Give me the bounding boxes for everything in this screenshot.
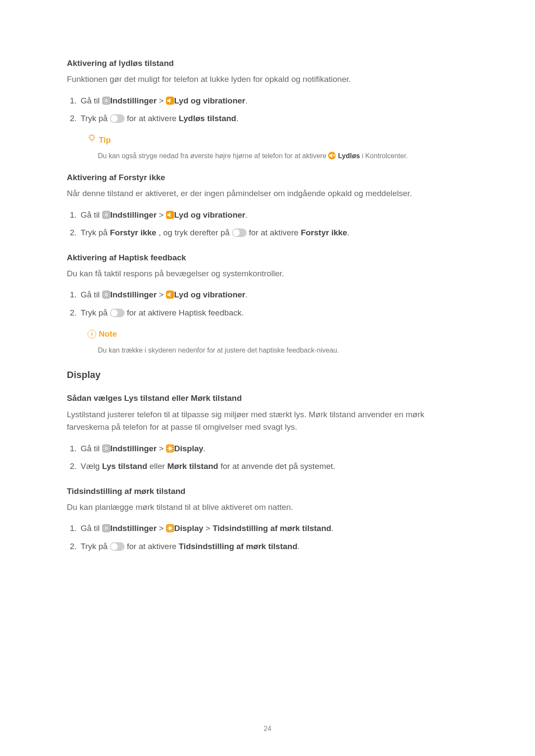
note-header: i Note <box>88 328 468 340</box>
list-item: Gå til Indstillinger > Display > Tidsind… <box>79 519 468 537</box>
text: Gå til <box>81 444 102 453</box>
mute-icon <box>328 152 336 159</box>
list-item: Tryk på for at aktivere Haptisk feedback… <box>79 304 468 322</box>
text: for at anvende det på systemet. <box>221 462 335 471</box>
heading-display: Display <box>67 368 468 382</box>
mute-label: Lydløs <box>338 152 360 159</box>
text: eller <box>150 462 167 471</box>
silent-mode-label: Lydløs tilstand <box>179 114 236 123</box>
text: . <box>297 542 300 551</box>
list-item: Tryk på Forstyr ikke , og tryk derefter … <box>79 224 468 241</box>
text: . <box>245 210 247 219</box>
text: i Kontrolcenter. <box>362 152 408 159</box>
settings-icon <box>102 97 110 105</box>
text: Du kan også stryge nedad fra øverste høj… <box>98 152 328 159</box>
settings-label: Indstillinger <box>110 210 157 219</box>
steps-dnd: Gå til Indstillinger > Lyd og vibratione… <box>67 206 468 242</box>
toggle-off-icon <box>110 114 125 123</box>
settings-label: Indstillinger <box>110 96 157 105</box>
body-dark-schedule: Du kan planlægge mørk tilstand til at bl… <box>67 501 468 513</box>
settings-label: Indstillinger <box>110 444 157 453</box>
list-item: Gå til Indstillinger > Lyd og vibratione… <box>79 206 468 224</box>
list-item: Gå til Indstillinger > Display. <box>79 440 468 457</box>
toggle-off-icon <box>110 309 125 317</box>
display-icon <box>166 524 174 532</box>
light-mode-label: Lys tilstand <box>102 462 147 471</box>
settings-label: Indstillinger <box>110 290 157 299</box>
text: , og tryk derefter på <box>159 228 232 237</box>
note-callout: i Note Du kan trække i skyderen nedenfor… <box>88 328 468 356</box>
breadcrumb-separator: > <box>159 524 166 533</box>
display-label: Display <box>174 444 203 453</box>
text: Tryk på <box>81 228 110 237</box>
toggle-off-icon <box>232 228 247 237</box>
sound-icon <box>166 97 174 105</box>
text: Gå til <box>81 210 102 219</box>
dnd-label-2: Forstyr ikke <box>301 228 347 237</box>
svg-point-6 <box>169 447 172 450</box>
heading-haptic: Aktivering af Haptisk feedback <box>67 251 468 264</box>
list-item: Tryk på for at aktivere Tidsindstilling … <box>79 537 468 555</box>
tip-label: Tip <box>99 134 111 146</box>
toggle-off-icon <box>110 542 125 551</box>
text: Tryk på <box>81 542 110 551</box>
page-container: Aktivering af lydløs tilstand Funktionen… <box>0 0 535 756</box>
sound-label: Lyd og vibrationer <box>174 96 245 105</box>
heading-dnd: Aktivering af Forstyr ikke <box>67 171 468 184</box>
sound-icon <box>166 211 174 219</box>
text: . <box>331 524 333 533</box>
steps-haptic: Gå til Indstillinger > Lyd og vibratione… <box>67 286 468 322</box>
body-silent-mode: Funktionen gør det muligt for telefon at… <box>67 73 468 85</box>
text: Tryk på <box>81 114 110 123</box>
text: for at aktivere <box>127 114 178 123</box>
body-light-dark: Lystilstand justerer telefon til at tilp… <box>67 408 468 434</box>
dark-mode-label: Mørk tilstand <box>167 462 218 471</box>
body-haptic: Du kan få taktil respons på bevægelser o… <box>67 267 468 280</box>
text: Gå til <box>81 290 102 299</box>
text: for at aktivere Haptisk feedback. <box>127 308 244 317</box>
text: for at aktivere <box>249 228 300 237</box>
dnd-label: Forstyr ikke <box>110 228 156 237</box>
text: . <box>245 290 247 299</box>
breadcrumb-separator: > <box>159 210 166 219</box>
text: . <box>245 96 247 105</box>
note-body: Du kan trække i skyderen nedenfor for at… <box>98 345 468 356</box>
svg-point-4 <box>105 294 107 296</box>
text: . <box>347 228 349 237</box>
sound-label: Lyd og vibrationer <box>174 290 245 299</box>
display-label: Display <box>174 524 203 533</box>
text: . <box>203 444 206 453</box>
steps-light-dark: Gå til Indstillinger > Display. Vælg Lys… <box>67 440 468 475</box>
list-item: Gå til Indstillinger > Lyd og vibratione… <box>79 286 468 303</box>
page-number: 24 <box>0 724 535 734</box>
tip-body: Du kan også stryge nedad fra øverste høj… <box>98 150 468 162</box>
settings-icon <box>102 211 110 219</box>
settings-icon <box>102 291 110 299</box>
bulb-icon <box>88 134 96 146</box>
svg-point-3 <box>105 214 107 216</box>
steps-dark-schedule: Gå til Indstillinger > Display > Tidsind… <box>67 519 468 555</box>
svg-point-7 <box>105 528 107 530</box>
sound-label: Lyd og vibrationer <box>174 210 245 219</box>
list-item: Tryk på for at aktivere Lydløs tilstand. <box>79 109 468 127</box>
settings-icon <box>102 444 110 453</box>
text: Gå til <box>81 524 102 533</box>
breadcrumb-separator: > <box>159 290 166 299</box>
breadcrumb-separator: > <box>159 96 166 105</box>
body-dnd: Når denne tilstand er aktiveret, er der … <box>67 187 468 200</box>
steps-silent-mode: Gå til Indstillinger > Lyd og vibratione… <box>67 92 468 128</box>
tip-callout: Tip Du kan også stryge nedad fra øverste… <box>88 134 468 162</box>
list-item: Gå til Indstillinger > Lyd og vibratione… <box>79 92 468 109</box>
dark-schedule-label: Tidsindstilling af mørk tilstand <box>213 524 331 533</box>
sound-icon <box>166 291 174 299</box>
text: Tryk på <box>81 308 110 317</box>
dark-schedule-label-2: Tidsindstilling af mørk tilstand <box>179 542 297 551</box>
note-label: Note <box>99 328 117 340</box>
tip-header: Tip <box>88 134 468 146</box>
heading-silent-mode: Aktivering af lydløs tilstand <box>67 57 468 69</box>
breadcrumb-separator: > <box>206 524 213 533</box>
svg-point-0 <box>105 100 107 102</box>
text: Vælg <box>81 462 102 471</box>
svg-point-8 <box>169 527 172 530</box>
svg-point-5 <box>105 447 107 450</box>
